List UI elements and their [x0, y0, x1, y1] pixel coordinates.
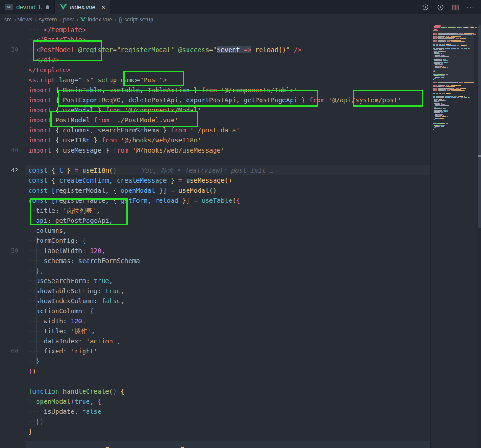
breadcrumb: src›views›system›post›index.vue›{}script… — [0, 14, 481, 25]
markdown-icon: M↓ — [5, 4, 13, 10]
breadcrumb-item-views[interactable]: views — [18, 16, 32, 23]
code-line: const [registerTable, { getForm, reload … — [0, 195, 430, 206]
code-line: } — [0, 427, 430, 437]
code-line: ··} — [0, 356, 430, 366]
breadcrumb-item-src[interactable]: src — [4, 16, 12, 23]
code-line: 42const { t } = useI18n()You, 昨天 • feat(… — [0, 165, 430, 175]
breadcrumb-separator: › — [59, 16, 61, 23]
code-line — [0, 155, 430, 165]
git-untracked-badge: U — [39, 4, 43, 11]
line-number: 30 — [0, 45, 18, 55]
tab-bar: M↓ dev.md U index.vue × ··· — [0, 0, 481, 14]
minimap-slider[interactable] — [433, 25, 474, 83]
code-line: 50····labelWidth: 120, — [0, 246, 430, 256]
tab-index-vue[interactable]: index.vue × — [55, 0, 110, 14]
symbol-braces-icon: {} — [119, 16, 122, 23]
code-line: ····schemas: searchFormSchema — [0, 256, 430, 266]
breadcrumb-separator: › — [14, 16, 16, 23]
breadcrumb-item-post[interactable]: post — [63, 16, 74, 23]
tab-label: index.vue — [70, 4, 95, 11]
line-number: 42 — [0, 165, 18, 175]
vue-icon — [80, 17, 86, 22]
minimap-divider — [430, 25, 431, 448]
code-line: ··title: '岗位列表', — [0, 206, 430, 216]
code-line: ··</BasicTable> — [0, 35, 430, 45]
code-line: import { useI18n } from '@/hooks/web/use… — [0, 135, 430, 145]
code-line: ····title: '操作', — [0, 326, 430, 336]
close-icon[interactable]: × — [101, 4, 105, 11]
code-line: 30··<PostModel @register="registerModal"… — [0, 45, 430, 55]
timeline-history-icon[interactable] — [421, 3, 429, 11]
vue-icon — [60, 4, 67, 10]
unsaved-dot-icon — [46, 5, 49, 9]
code-line: import { columns, searchFormSchema } fro… — [0, 125, 430, 135]
code-line: ··api: getPostPageApi, — [0, 216, 430, 226]
editor-actions: ··· — [421, 0, 481, 14]
breadcrumb-item-index.vue[interactable]: index.vue — [80, 16, 112, 23]
code-line: ····isUpdate: false — [0, 406, 430, 416]
code-line: ··showIndexColumn: false, — [0, 296, 430, 306]
git-blame-annotation: You, 昨天 • feat(view): post init … — [141, 167, 273, 174]
code-line — [0, 376, 430, 386]
split-editor-icon[interactable] — [451, 3, 459, 11]
partial-line — [26, 441, 430, 448]
line-number: 40 — [0, 145, 18, 155]
gauge-icon[interactable] — [436, 3, 444, 11]
code-line: const { createConfirm, createMessage } =… — [0, 175, 430, 185]
code-line: import { useModal } from '@/components/M… — [0, 105, 430, 115]
indent-guide — [32, 25, 32, 65]
breadcrumb-item-script-setup[interactable]: {}script setup — [119, 16, 153, 23]
code-line: ··showTableSetting: true, — [0, 286, 430, 296]
scrollbar-thumb[interactable] — [478, 25, 481, 228]
code-line: <script lang="ts" setup name="Post"> — [0, 75, 430, 85]
breadcrumb-separator: › — [35, 16, 37, 23]
code-line: </template> — [0, 65, 430, 75]
breadcrumb-separator: › — [115, 16, 116, 23]
code-line: function handleCreate() { — [0, 386, 430, 396]
code-line: ··actionColumn: { — [0, 306, 430, 316]
code-line: ··}) — [0, 416, 430, 427]
code-line: ··</div> — [0, 55, 430, 65]
code-line: ····width: 120, — [0, 316, 430, 326]
tab-label: dev.md — [16, 4, 36, 11]
indent-guide — [32, 396, 32, 427]
line-number: 60 — [0, 346, 18, 356]
code-line: 60····fixed: 'right' — [0, 346, 430, 356]
overview-ruler-mark — [478, 155, 481, 157]
code-line: import { PostExportReqVO, deletePostApi,… — [0, 95, 430, 105]
code-line: import { BasicTable, useTable, TableActi… — [0, 85, 430, 95]
indent-guide — [36, 236, 37, 366]
code-line: ··formConfig: { — [0, 236, 430, 246]
code-line: import PostModel from './PostModel.vue' — [0, 115, 430, 125]
code-editor[interactable]: ····</template>··</BasicTable>30··<PostM… — [0, 25, 430, 447]
code-line: 40import { useMessage } from '@/hooks/we… — [0, 145, 430, 155]
code-line: ··}, — [0, 266, 430, 276]
line-number: 50 — [0, 246, 18, 256]
code-line: ··useSearchForm: true, — [0, 276, 430, 286]
code-line: ··columns, — [0, 226, 430, 236]
more-actions-icon[interactable]: ··· — [466, 3, 475, 11]
breadcrumb-item-system[interactable]: system — [39, 16, 57, 23]
code-line: ····dataIndex: 'action', — [0, 336, 430, 346]
code-line: const [registerModal, { openModal }] = u… — [0, 185, 430, 195]
code-line: ····</template> — [0, 25, 430, 35]
tab-dev-md[interactable]: M↓ dev.md U — [0, 0, 55, 14]
code-line: ··openModal(true, { — [0, 396, 430, 406]
code-line: }) — [0, 366, 430, 376]
breadcrumb-separator: › — [76, 16, 78, 23]
